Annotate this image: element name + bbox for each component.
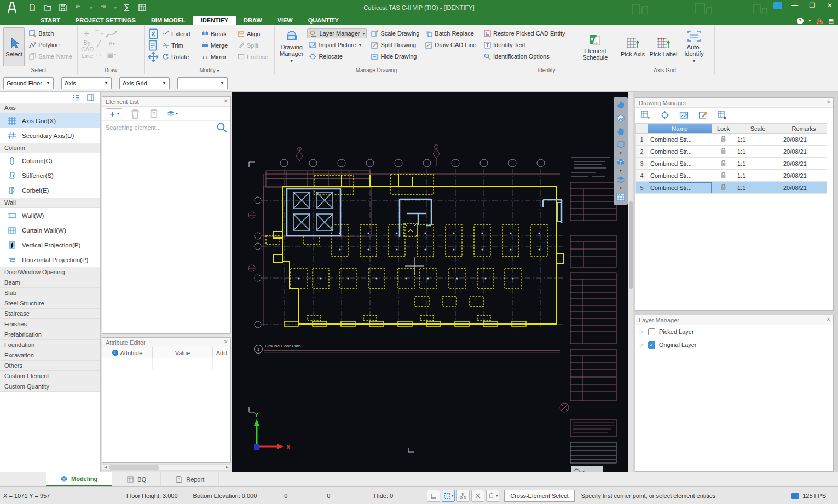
layers-filter-icon[interactable]: ▾	[167, 109, 178, 119]
by-cad-line-button[interactable]: By CAD Line	[81, 39, 93, 59]
polyline-button[interactable]: Polyline	[27, 40, 74, 50]
sidebar-section-custom-quantity[interactable]: Custom Quantity	[0, 381, 100, 392]
drawing-picture-icon[interactable]	[679, 111, 689, 120]
draw-curve-icon[interactable]	[106, 29, 117, 39]
lock-icon[interactable]	[720, 160, 726, 166]
split-drawing-button[interactable]: Split Drawing	[369, 40, 421, 50]
scroll-right-icon[interactable]: ▶	[224, 465, 230, 470]
tab-report[interactable]: Report	[161, 472, 219, 486]
add-drawing-icon[interactable]	[641, 111, 650, 120]
panel-toggle-icon[interactable]: ⬒	[829, 18, 834, 24]
help-icon[interactable]: ?	[797, 18, 804, 24]
erase-tool-icon[interactable]	[148, 29, 159, 39]
element-schedule-button[interactable]: Element Schedule	[579, 27, 611, 66]
open-folder-icon[interactable]	[43, 3, 53, 13]
layers-icon[interactable]	[615, 173, 627, 186]
view-3d-icon[interactable]: 3D	[615, 112, 627, 124]
expander-icon[interactable]: ▷	[640, 342, 644, 347]
pick-axis-button[interactable]: Pick Axis	[619, 27, 647, 66]
sidebar-item-corbel[interactable]: Corbel(E)	[0, 183, 100, 198]
cross-element-select-button[interactable]: Cross-Element Select	[504, 490, 574, 502]
sidebar-section-wall[interactable]: Wall	[0, 198, 100, 208]
close-icon[interactable]: ✕	[224, 98, 228, 104]
select-button[interactable]: Select	[3, 27, 25, 66]
shaded-view-icon[interactable]	[615, 99, 627, 111]
tab-project-settings[interactable]: PROJECT SETTINGS	[68, 16, 143, 25]
relocate-drawing-icon[interactable]	[660, 111, 669, 120]
lock-column-header[interactable]: Lock	[712, 124, 735, 134]
sum-icon[interactable]	[122, 3, 132, 13]
picked-layer-checkbox[interactable]	[648, 328, 655, 335]
drawing-row[interactable]: 2 Combined Str... 1:1 20/08/21	[636, 146, 827, 158]
drawing-manager-button[interactable]: Drawing Manager▾	[278, 27, 305, 66]
ortho-mode-button[interactable]	[427, 490, 440, 502]
tab-start[interactable]: START	[33, 16, 68, 25]
move-tool-icon[interactable]	[148, 52, 159, 62]
undo-dropdown-icon[interactable]: ▾	[90, 5, 93, 10]
drawing-row-selected[interactable]: 5 Combined Str... 1:1 20/08/21	[636, 182, 827, 194]
same-name-button[interactable]: Same-Name	[27, 51, 74, 61]
undo-icon[interactable]	[73, 3, 83, 13]
rect-select-button[interactable]: ▾	[442, 490, 455, 502]
copy-element-icon[interactable]	[148, 109, 159, 119]
drawing-row[interactable]: 1 Combined Str... 1:1 20/08/21	[636, 134, 827, 146]
close-icon[interactable]: ✕	[224, 339, 228, 345]
layer-manager-button[interactable]: Layer Manager▾	[307, 28, 367, 38]
sidebar-item-stiffener[interactable]: Stiffener(S)	[0, 168, 100, 183]
sidebar-section-axis[interactable]: Axis	[0, 103, 100, 113]
tab-bim-model[interactable]: BIM MODEL	[143, 16, 193, 25]
sidebar-item-horizontal-projection[interactable]: Horizontal Projection(P)	[0, 252, 100, 267]
search-icon[interactable]	[216, 123, 227, 132]
sidebar-item-column[interactable]: Column(C)	[0, 153, 100, 168]
chevron-down-icon[interactable]: ▾	[620, 169, 622, 172]
new-file-icon[interactable]	[27, 3, 37, 13]
layer-row-original[interactable]: ▷ ✓ Original Layer	[635, 338, 833, 351]
hide-drawing-button[interactable]: Hide Drawing	[369, 51, 421, 61]
minimize-button[interactable]: —	[790, 2, 800, 9]
sidebar-section-foundation[interactable]: Foundation	[0, 340, 100, 350]
draw-hatch-icon[interactable]: ▦▾	[106, 50, 117, 60]
category-dropdown[interactable]: Axis▼	[61, 77, 112, 89]
tab-identify[interactable]: IDENTIFY	[193, 16, 236, 25]
save-icon[interactable]	[58, 3, 68, 13]
scrollbar-thumb[interactable]	[629, 201, 633, 289]
auto-identify-button[interactable]: Auto-Identify▾	[680, 27, 708, 66]
node-snap-button[interactable]	[456, 490, 470, 502]
break-button[interactable]: Break	[199, 29, 235, 39]
lock-icon[interactable]	[720, 136, 726, 142]
sidebar-section-staircase[interactable]: Staircase	[0, 309, 100, 319]
restore-button[interactable]: ❐	[807, 2, 817, 9]
name-column-header[interactable]: Name	[648, 124, 712, 134]
edit-drawing-icon[interactable]	[698, 111, 708, 120]
draw-grid-icon[interactable]: #▾	[106, 39, 117, 49]
drawing-row[interactable]: 4 Combined Str... 1:1 20/08/21	[636, 170, 827, 182]
pick-label-button[interactable]: Pick Label	[649, 27, 678, 66]
relocate-button[interactable]: Relocate	[307, 51, 367, 61]
add-element-button[interactable]: ＋▾	[106, 108, 122, 119]
sidebar-section-finishes[interactable]: Finishes	[0, 319, 100, 329]
split-button[interactable]: Split	[235, 40, 270, 50]
tab-modeling[interactable]: Modeling	[46, 472, 112, 486]
sidebar-item-wall[interactable]: Wall(W)	[0, 208, 100, 223]
floor-plan-drawing[interactable]: 1 Ground Floor Plan Y X	[232, 92, 633, 472]
store-icon[interactable]: 👜	[816, 18, 823, 24]
help-dropdown-icon[interactable]: ▾	[809, 19, 811, 23]
sidebar-section-excavation[interactable]: Excavation	[0, 350, 100, 361]
cube-icon[interactable]	[615, 156, 627, 168]
batch-button[interactable]: Batch	[27, 28, 74, 38]
tab-draw[interactable]: DRAW	[236, 16, 270, 25]
canvas-vertical-scrollbar[interactable]	[628, 92, 633, 472]
drawing-row[interactable]: 3 Combined Str... 1:1 20/08/21	[636, 158, 827, 170]
schedule-grid-icon[interactable]	[137, 3, 147, 13]
sidebar-item-vertical-projection[interactable]: Vertical Projection(P)	[0, 237, 100, 252]
extend-button[interactable]: Extend	[160, 29, 199, 39]
remarks-column-header[interactable]: Remarks	[781, 124, 827, 134]
horizontal-scrollbar[interactable]: ◀ ▶	[102, 464, 231, 471]
scrollbar-thumb[interactable]	[109, 465, 159, 470]
chat-icon[interactable]	[773, 2, 782, 9]
tab-quantity[interactable]: QUANTITY	[300, 16, 346, 25]
list-view-icon[interactable]	[71, 92, 82, 102]
point-input-button[interactable]: ▾	[486, 490, 499, 502]
sidebar-section-door-window[interactable]: Door/Window Opening	[0, 267, 100, 277]
merge-button[interactable]: Merge	[199, 40, 235, 50]
